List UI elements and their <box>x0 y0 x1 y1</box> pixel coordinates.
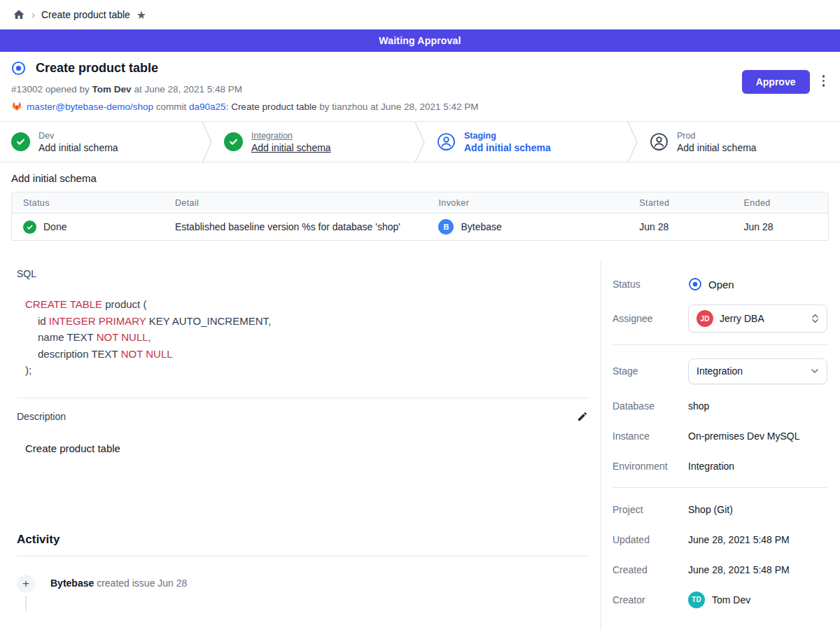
edit-description-pencil-icon[interactable] <box>575 410 589 424</box>
environment-value[interactable]: Integration <box>688 461 734 472</box>
activity-section: Activity + Bytebase created issue Jun 28 <box>17 533 589 611</box>
stage-task-label: Add initial schema <box>251 142 331 153</box>
col-detail: Detail <box>164 198 428 208</box>
stage-pending-person-icon <box>650 132 668 151</box>
timeline-connector <box>25 596 27 611</box>
sql-token: description TEXT <box>38 348 121 360</box>
stage-task-label: Add initial schema <box>464 142 551 153</box>
activity-heading: Activity <box>17 533 589 547</box>
database-row: Database shop <box>612 391 827 421</box>
instance-row: Instance On-premises Dev MySQL <box>612 421 827 451</box>
description-label: Description <box>17 411 66 422</box>
sql-code-block: CREATE TABLE product ( id INTEGER PRIMAR… <box>17 296 589 379</box>
col-status: Status <box>12 198 164 208</box>
task-invoker: Bytebase <box>461 221 501 232</box>
assignee-avatar: JD <box>696 310 713 327</box>
stage-dev[interactable]: Dev Add initial schema <box>0 122 202 162</box>
activity-timeline: + Bytebase created issue Jun 28 <box>17 575 589 611</box>
created-label: Created <box>612 564 688 575</box>
stage-prod[interactable]: Prod Add initial schema <box>638 122 840 162</box>
section-divider <box>17 556 589 556</box>
stage-integration[interactable]: Integration Add initial schema <box>213 122 414 162</box>
instance-value[interactable]: On-premises Dev MySQL <box>688 430 799 442</box>
stage-separator-icon <box>414 122 426 162</box>
updated-value: June 28, 2021 5:48 PM <box>688 534 790 545</box>
task-ended: Jun 28 <box>733 221 828 232</box>
issue-sidebar: Status Open Assignee JD Jerry DBA <box>601 260 840 630</box>
stage-staging[interactable]: Staging Add initial schema <box>426 122 627 162</box>
stage-task-label: Add initial schema <box>677 142 757 153</box>
bytebase-issue-page: › Create product table ★ Waiting Approva… <box>0 0 840 630</box>
issue-author: Tom Dev <box>92 84 132 94</box>
approval-banner-text: Waiting Approval <box>379 35 461 46</box>
activity-plus-icon: + <box>17 575 35 593</box>
sql-token: product ( <box>102 298 146 310</box>
creator-avatar: TD <box>688 592 705 608</box>
status-label: Status <box>612 279 688 290</box>
sql-token: id <box>38 315 49 327</box>
branch-repo-link[interactable]: master@bytebase-demo/shop <box>27 102 153 112</box>
database-label: Database <box>612 400 688 412</box>
environment-row: Environment Integration <box>612 451 827 481</box>
environment-label: Environment <box>612 461 688 472</box>
database-value[interactable]: shop <box>688 400 709 412</box>
issue-meta-prefix: #13002 opened by <box>11 84 92 94</box>
stage-separator-icon <box>202 122 213 162</box>
breadcrumb-title[interactable]: Create product table <box>41 9 130 20</box>
stage-row: Stage Integration <box>612 351 827 391</box>
chevron-down-icon <box>811 367 819 375</box>
activity-entry: Bytebase created issue Jun 28 <box>50 575 187 589</box>
stage-env-label: Prod <box>677 131 757 141</box>
sql-token: name TEXT <box>38 331 97 343</box>
issue-open-status-icon <box>11 61 26 76</box>
commit-line: master@bytebase-demo/shop commit da90a25… <box>11 101 742 112</box>
table-row[interactable]: Done Established baseline version %s for… <box>12 214 828 240</box>
gitlab-icon <box>11 101 22 112</box>
project-value[interactable]: Shop (Git) <box>688 504 733 515</box>
sidebar-divider <box>612 487 827 488</box>
stage-task-label: Add initial schema <box>38 142 118 153</box>
updown-chevron-icon <box>811 313 819 324</box>
project-label: Project <box>612 504 688 515</box>
main-content: SQL CREATE TABLE product ( id INTEGER PR… <box>0 260 840 630</box>
col-started: Started <box>628 198 732 208</box>
stage-pending-person-icon <box>437 132 456 151</box>
assignee-value: Jerry DBA <box>720 313 764 324</box>
task-detail: Established baseline version %s for data… <box>164 221 428 232</box>
task-table: Status Detail Invoker Started Ended Done… <box>11 192 829 241</box>
assignee-label: Assignee <box>612 313 688 324</box>
assignee-select[interactable]: JD Jerry DBA <box>688 304 827 332</box>
issue-meta: #13002 opened by Tom Dev at June 28, 202… <box>11 84 742 94</box>
stage-env-label: Dev <box>38 131 118 141</box>
more-actions-menu-icon[interactable] <box>818 70 830 92</box>
col-ended: Ended <box>733 198 828 208</box>
stage-done-check-icon <box>224 132 243 151</box>
sql-token: KEY AUTO_INCREMENT, <box>146 315 271 327</box>
assignee-row: Assignee JD Jerry DBA <box>612 299 827 338</box>
sql-label: SQL <box>17 268 589 279</box>
stage-env-label: Staging <box>464 131 551 141</box>
col-invoker: Invoker <box>427 198 628 208</box>
home-icon[interactable] <box>13 8 25 21</box>
favorite-star-icon[interactable]: ★ <box>136 8 146 22</box>
status-open-icon <box>688 277 702 291</box>
created-value: June 28, 2021 5:48 PM <box>688 564 790 575</box>
commit-message: : Create product table <box>226 102 320 112</box>
stage-done-check-icon <box>11 132 30 151</box>
stage-select[interactable]: Integration <box>688 358 827 384</box>
bytebase-avatar: B <box>438 219 454 234</box>
task-status: Done <box>43 221 66 232</box>
approval-banner: Waiting Approval <box>0 29 840 52</box>
stage-env-label: Integration <box>251 131 331 141</box>
stage-separator-icon <box>627 122 638 162</box>
activity-actor: Bytebase <box>50 578 94 589</box>
sql-token: INTEGER PRIMARY <box>49 315 146 327</box>
commit-sha-link[interactable]: da90a25 <box>189 102 226 112</box>
updated-label: Updated <box>612 534 688 545</box>
breadcrumb: › Create product table ★ <box>0 0 840 29</box>
approve-button[interactable]: Approve <box>742 70 810 94</box>
sql-token: NOT NULL <box>121 348 173 360</box>
commit-byline: by tianzhou at June 28, 2021 5:42 PM <box>319 102 478 112</box>
task-heading: Add initial schema <box>11 172 829 184</box>
status-value: Open <box>708 279 734 290</box>
